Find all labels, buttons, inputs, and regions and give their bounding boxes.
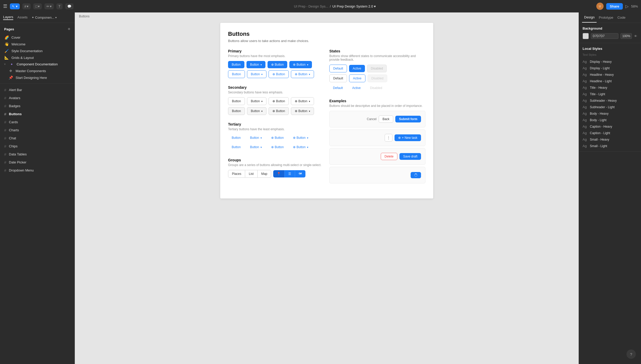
- example-cancel-button[interactable]: Cancel: [367, 117, 376, 121]
- page-item-welcome[interactable]: 👋 Welcome: [0, 41, 75, 47]
- page-item-style-docs[interactable]: 🖌️ Style Documentation: [0, 47, 75, 54]
- group-icon-btn-map[interactable]: 🗺: [295, 170, 305, 177]
- tertiary-btn-1[interactable]: Button: [228, 134, 244, 141]
- add-page-button[interactable]: +: [68, 26, 70, 32]
- state-btn-default-1[interactable]: Default: [329, 65, 347, 72]
- example-save-draft-button[interactable]: Save draft: [399, 153, 421, 160]
- page-item-grids[interactable]: 📐 Grids & Layout: [0, 54, 75, 61]
- style-item-small-light[interactable]: Ag Small - Light: [583, 143, 637, 149]
- state-btn-active-3[interactable]: Active: [349, 84, 364, 92]
- group-icon-btn-list[interactable]: ☰: [284, 170, 295, 177]
- sidebar-item-chat[interactable]: # Chat: [0, 134, 75, 142]
- style-item-small-heavy[interactable]: Ag Small - Heavy: [583, 136, 637, 143]
- page-item-component-docs[interactable]: ▾ ✦ Component Documentation: [0, 61, 75, 67]
- primary-btn-1[interactable]: Button: [228, 61, 244, 68]
- group-btn-map[interactable]: Map: [258, 170, 271, 178]
- sidebar-item-chips[interactable]: # Chips: [0, 142, 75, 150]
- primary-outline-btn-1[interactable]: Button: [228, 70, 245, 78]
- page-item-master-components[interactable]: ❖ Master Components: [0, 67, 75, 74]
- tab-components[interactable]: ✦ Componen... ▾: [32, 16, 57, 19]
- sidebar-item-cards[interactable]: # Cards: [0, 118, 75, 126]
- color-swatch[interactable]: [583, 33, 589, 39]
- style-item-display-light[interactable]: Ag Display - Light: [583, 65, 637, 71]
- sidebar-item-badges[interactable]: # Badges: [0, 102, 75, 110]
- primary-outline-btn-2[interactable]: Button: [247, 70, 267, 78]
- tab-layers[interactable]: Layers: [3, 15, 13, 20]
- style-item-headline-heavy[interactable]: Ag Headline - Heavy: [583, 71, 637, 78]
- secondary-outline-btn-4[interactable]: ⊕ Button: [291, 107, 314, 115]
- primary-btn-2[interactable]: Button: [246, 61, 266, 68]
- style-item-display-heavy[interactable]: Ag Display - Heavy: [583, 58, 637, 65]
- sidebar-item-alert-bar[interactable]: # Alert Bar: [0, 86, 75, 94]
- tertiary-outline-2[interactable]: Button: [246, 143, 266, 151]
- play-button[interactable]: ▷: [625, 4, 629, 9]
- zoom-level[interactable]: 58%: [631, 4, 638, 8]
- secondary-outline-btn-2[interactable]: Button: [247, 107, 267, 115]
- tab-prototype[interactable]: Prototype: [597, 12, 615, 23]
- style-item-body-heavy[interactable]: Ag Body - Heavy: [583, 110, 637, 117]
- state-btn-default-2[interactable]: Default: [329, 74, 347, 82]
- example-submit-button[interactable]: Submit form: [395, 116, 421, 122]
- state-btn-active-2[interactable]: Active: [349, 74, 365, 82]
- group-icon-btn-pin[interactable]: 📍: [273, 170, 284, 177]
- secondary-btn-2[interactable]: Button: [247, 97, 267, 105]
- example-spinner-button[interactable]: [411, 172, 421, 178]
- title-current[interactable]: UI Prep Design System 2.0 ▾: [332, 4, 376, 8]
- page-item-cover[interactable]: 🌈 Cover: [0, 34, 75, 41]
- page-item-start-designing[interactable]: 📌 Start Designing Here: [0, 74, 75, 81]
- help-button[interactable]: ?: [626, 349, 636, 359]
- tab-design[interactable]: Design: [582, 12, 597, 23]
- sidebar-item-buttons[interactable]: # Buttons: [0, 110, 75, 118]
- style-item-subheader-light[interactable]: Ag Subheader - Light: [583, 104, 637, 110]
- text-tool[interactable]: T: [56, 3, 63, 9]
- primary-outline-btn-4[interactable]: ⊕ Button: [291, 70, 314, 78]
- user-avatar[interactable]: U: [596, 3, 604, 10]
- example-three-dot-button[interactable]: ⋮: [385, 134, 392, 142]
- example-new-task-button[interactable]: ⊕ + New task: [395, 134, 421, 141]
- group-btn-list[interactable]: List: [245, 170, 258, 178]
- primary-outline-btn-3[interactable]: ⊕ Button: [269, 70, 289, 78]
- style-item-caption-light[interactable]: Ag Caption - Light: [583, 130, 637, 136]
- share-button[interactable]: Share: [606, 3, 623, 10]
- sidebar-item-date-picker[interactable]: # Date Picker: [0, 158, 75, 166]
- secondary-outline-btn-3[interactable]: ⊕ Button: [269, 107, 289, 115]
- sidebar-item-data-tables[interactable]: # Data Tables: [0, 150, 75, 158]
- primary-btn-3[interactable]: ⊕ Button: [268, 61, 287, 68]
- tertiary-outline-1[interactable]: Button: [228, 143, 244, 151]
- sidebar-item-charts[interactable]: # Charts: [0, 126, 75, 134]
- secondary-btn-1[interactable]: Button: [228, 97, 245, 105]
- style-item-caption-heavy[interactable]: Ag Caption - Heavy: [583, 123, 637, 130]
- pen-tool[interactable]: ✏ ▾: [44, 3, 54, 9]
- frame-tool[interactable]: # ▾: [22, 3, 31, 9]
- color-opacity-value[interactable]: 100%: [620, 33, 632, 39]
- example-back-button[interactable]: Back: [379, 115, 393, 123]
- tertiary-btn-2[interactable]: Button: [246, 134, 266, 141]
- state-btn-active-1[interactable]: Active: [349, 65, 365, 72]
- color-hex-value[interactable]: D7D7D7: [591, 33, 618, 39]
- style-item-body-light[interactable]: Ag Body - Light: [583, 117, 637, 123]
- menu-icon[interactable]: ☰: [3, 3, 7, 9]
- primary-btn-4[interactable]: ⊕ Button: [289, 61, 312, 68]
- example-delete-button[interactable]: Delete: [381, 153, 398, 160]
- tab-assets[interactable]: Assets: [17, 15, 28, 20]
- style-item-headline-light[interactable]: Ag Headline - Light: [583, 78, 637, 84]
- secondary-btn-4[interactable]: ⊕ Button: [291, 97, 314, 105]
- tertiary-outline-3[interactable]: ⊕ Button: [268, 143, 287, 151]
- style-item-title-light[interactable]: Ag Title - Light: [583, 91, 637, 97]
- style-item-title-heavy[interactable]: Ag Title - Heavy: [583, 84, 637, 91]
- tertiary-btn-4[interactable]: ⊕ Button: [289, 134, 312, 141]
- sidebar-item-dropdown-menu[interactable]: # Dropdown Menu: [0, 166, 75, 174]
- shape-tool[interactable]: □ ▾: [33, 3, 42, 9]
- visibility-toggle-icon[interactable]: 👁: [634, 34, 637, 38]
- pointer-tool[interactable]: ↖ ▾: [10, 3, 20, 9]
- secondary-btn-3[interactable]: ⊕ Button: [269, 97, 289, 105]
- comment-tool[interactable]: 💬: [65, 3, 74, 9]
- tertiary-outline-4[interactable]: ⊕ Button: [289, 143, 312, 151]
- tertiary-btn-3[interactable]: ⊕ Button: [268, 134, 287, 141]
- secondary-outline-btn-1[interactable]: Button: [228, 107, 245, 115]
- group-btn-places[interactable]: Places: [228, 170, 245, 178]
- sidebar-item-avatars[interactable]: # Avatars: [0, 94, 75, 102]
- tab-code[interactable]: Code: [615, 12, 627, 23]
- style-item-subheader-heavy[interactable]: Ag Subheader - Heavy: [583, 97, 637, 104]
- state-btn-default-3[interactable]: Default: [329, 84, 346, 92]
